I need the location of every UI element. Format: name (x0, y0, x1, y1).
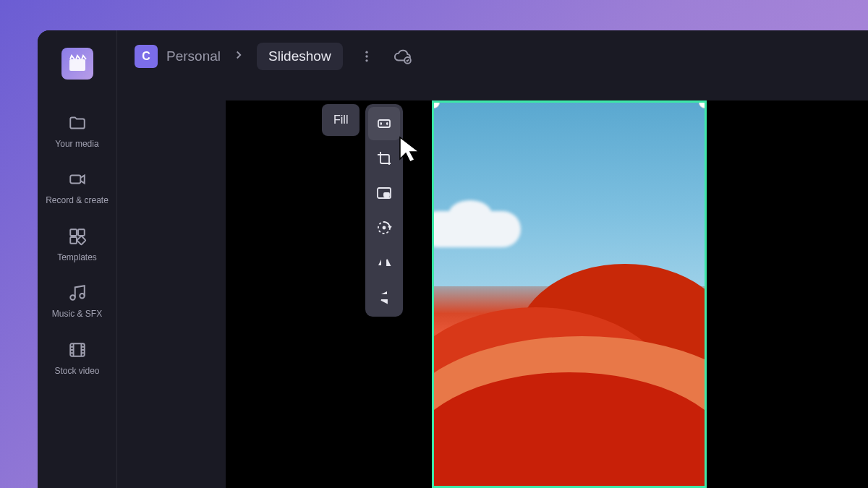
app-logo-icon[interactable] (61, 48, 93, 80)
crop-button[interactable] (368, 142, 400, 175)
svg-rect-4 (70, 237, 77, 244)
workspace-badge[interactable]: C (135, 45, 158, 68)
svg-rect-15 (384, 193, 389, 197)
main-area: C Personal Slideshow (117, 30, 868, 488)
sidebar-item-label: Your media (55, 139, 98, 149)
video-icon (67, 169, 88, 189)
selected-media-clip[interactable] (432, 100, 707, 488)
svg-point-17 (383, 227, 386, 229)
svg-rect-13 (378, 120, 390, 127)
svg-rect-3 (78, 229, 85, 236)
sidebar-item-record-create[interactable]: Record & create (38, 159, 116, 215)
sidebar: Your media Record & create Templates (38, 30, 117, 488)
svg-rect-5 (77, 236, 85, 244)
tool-column (365, 104, 403, 317)
svg-point-9 (365, 51, 367, 53)
sidebar-item-your-media[interactable]: Your media (38, 103, 116, 159)
more-options-button[interactable] (354, 44, 379, 69)
sidebar-item-label: Templates (57, 252, 97, 262)
sidebar-item-label: Record & create (46, 195, 109, 205)
templates-icon (67, 226, 88, 247)
svg-point-6 (70, 295, 75, 300)
svg-rect-2 (70, 229, 77, 236)
media-image-sky (434, 103, 705, 286)
canvas-area[interactable]: Fill (117, 82, 868, 488)
cloud-sync-icon[interactable] (391, 44, 415, 69)
svg-point-10 (365, 55, 367, 57)
sidebar-item-templates[interactable]: Templates (38, 216, 116, 273)
svg-rect-1 (70, 176, 80, 184)
workspace-badge-letter: C (142, 50, 150, 63)
floating-toolbar: Fill (322, 104, 403, 317)
music-icon (67, 283, 88, 303)
pip-button[interactable] (368, 176, 400, 210)
app-window: Your media Record & create Templates (38, 30, 868, 488)
folder-icon (67, 113, 88, 133)
fill-button[interactable]: Fill (322, 104, 359, 136)
flip-horizontal-button[interactable] (368, 246, 400, 279)
svg-rect-0 (69, 59, 85, 71)
fill-button-label: Fill (333, 114, 348, 127)
sidebar-item-stock-video[interactable]: Stock video (38, 330, 116, 386)
fit-button[interactable] (368, 107, 400, 140)
svg-point-11 (365, 59, 367, 61)
sidebar-item-label: Stock video (54, 366, 99, 376)
media-image-hills (434, 264, 705, 486)
chevron-right-icon (232, 48, 245, 64)
flip-vertical-button[interactable] (368, 281, 400, 314)
sidebar-item-label: Music & SFX (52, 309, 102, 319)
sidebar-item-music-sfx[interactable]: Music & SFX (38, 273, 116, 329)
rotate-button[interactable] (368, 211, 400, 244)
workspace-name[interactable]: Personal (166, 48, 221, 64)
project-name[interactable]: Slideshow (257, 43, 343, 70)
film-icon (67, 340, 88, 360)
header: C Personal Slideshow (117, 30, 868, 82)
media-image-cloud (432, 211, 521, 247)
svg-point-7 (80, 294, 85, 299)
